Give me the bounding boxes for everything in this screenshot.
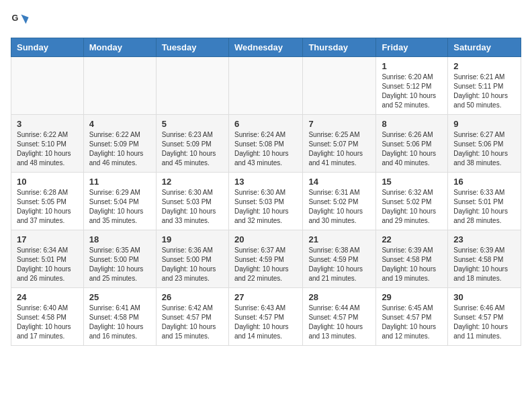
day-number: 28 xyxy=(308,292,370,302)
calendar-day-cell: 26Sunrise: 6:42 AM Sunset: 4:57 PM Dayli… xyxy=(156,288,228,346)
day-number: 30 xyxy=(453,292,515,302)
day-number: 26 xyxy=(162,292,223,302)
calendar-week-row: 1Sunrise: 6:20 AM Sunset: 5:12 PM Daylig… xyxy=(11,57,521,115)
day-info: Sunrise: 6:22 AM Sunset: 5:09 PM Dayligh… xyxy=(89,130,150,168)
day-info: Sunrise: 6:34 AM Sunset: 5:01 PM Dayligh… xyxy=(17,246,78,283)
calendar-day-cell xyxy=(83,57,156,115)
calendar-day-cell: 10Sunrise: 6:28 AM Sunset: 5:05 PM Dayli… xyxy=(11,173,84,230)
day-info: Sunrise: 6:31 AM Sunset: 5:02 PM Dayligh… xyxy=(308,188,370,226)
day-info: Sunrise: 6:38 AM Sunset: 4:59 PM Dayligh… xyxy=(308,246,370,283)
day-info: Sunrise: 6:33 AM Sunset: 5:01 PM Dayligh… xyxy=(453,188,515,226)
calendar-day-cell: 7Sunrise: 6:25 AM Sunset: 5:07 PM Daylig… xyxy=(303,115,376,173)
calendar-day-cell: 11Sunrise: 6:29 AM Sunset: 5:04 PM Dayli… xyxy=(83,173,156,230)
calendar-day-cell: 9Sunrise: 6:27 AM Sunset: 5:06 PM Daylig… xyxy=(448,115,521,173)
day-info: Sunrise: 6:27 AM Sunset: 5:06 PM Dayligh… xyxy=(453,130,515,168)
day-info: Sunrise: 6:45 AM Sunset: 4:57 PM Dayligh… xyxy=(382,304,442,341)
day-number: 25 xyxy=(89,292,150,302)
day-info: Sunrise: 6:40 AM Sunset: 4:58 PM Dayligh… xyxy=(17,304,78,341)
day-info: Sunrise: 6:44 AM Sunset: 4:57 PM Dayligh… xyxy=(308,304,370,341)
day-of-week-header: Wednesday xyxy=(228,38,302,57)
calendar-week-row: 3Sunrise: 6:22 AM Sunset: 5:10 PM Daylig… xyxy=(11,115,521,173)
calendar-week-row: 17Sunrise: 6:34 AM Sunset: 5:01 PM Dayli… xyxy=(11,230,521,288)
day-number: 12 xyxy=(162,177,223,187)
calendar-day-cell xyxy=(303,57,376,115)
calendar-day-cell: 27Sunrise: 6:43 AM Sunset: 4:57 PM Dayli… xyxy=(228,288,302,346)
calendar-day-cell: 16Sunrise: 6:33 AM Sunset: 5:01 PM Dayli… xyxy=(448,173,521,230)
day-number: 11 xyxy=(89,177,150,187)
calendar-day-cell: 17Sunrise: 6:34 AM Sunset: 5:01 PM Dayli… xyxy=(11,230,84,288)
day-info: Sunrise: 6:24 AM Sunset: 5:08 PM Dayligh… xyxy=(234,130,297,168)
calendar-day-cell: 30Sunrise: 6:46 AM Sunset: 4:57 PM Dayli… xyxy=(448,288,521,346)
page-header: G xyxy=(11,11,521,30)
day-info: Sunrise: 6:35 AM Sunset: 5:00 PM Dayligh… xyxy=(89,246,150,283)
day-info: Sunrise: 6:41 AM Sunset: 4:58 PM Dayligh… xyxy=(89,304,150,341)
day-info: Sunrise: 6:43 AM Sunset: 4:57 PM Dayligh… xyxy=(234,304,297,341)
calendar-day-cell: 28Sunrise: 6:44 AM Sunset: 4:57 PM Dayli… xyxy=(303,288,376,346)
calendar-day-cell: 18Sunrise: 6:35 AM Sunset: 5:00 PM Dayli… xyxy=(83,230,156,288)
calendar-day-cell: 1Sunrise: 6:20 AM Sunset: 5:12 PM Daylig… xyxy=(376,57,448,115)
day-of-week-header: Saturday xyxy=(448,38,521,57)
day-info: Sunrise: 6:21 AM Sunset: 5:11 PM Dayligh… xyxy=(453,73,515,110)
day-number: 10 xyxy=(17,177,78,187)
day-number: 27 xyxy=(234,292,297,302)
day-number: 29 xyxy=(382,292,442,302)
day-of-week-header: Tuesday xyxy=(156,38,228,57)
logo-icon: G xyxy=(11,11,30,30)
day-number: 15 xyxy=(382,177,442,187)
svg-text:G: G xyxy=(11,13,18,23)
day-number: 16 xyxy=(453,177,515,187)
day-number: 19 xyxy=(162,234,223,244)
calendar-day-cell: 4Sunrise: 6:22 AM Sunset: 5:09 PM Daylig… xyxy=(83,115,156,173)
day-number: 3 xyxy=(17,119,78,129)
day-info: Sunrise: 6:39 AM Sunset: 4:58 PM Dayligh… xyxy=(382,246,442,283)
day-info: Sunrise: 6:39 AM Sunset: 4:58 PM Dayligh… xyxy=(453,246,515,283)
calendar-day-cell: 5Sunrise: 6:23 AM Sunset: 5:09 PM Daylig… xyxy=(156,115,228,173)
calendar-day-cell: 14Sunrise: 6:31 AM Sunset: 5:02 PM Dayli… xyxy=(303,173,376,230)
day-number: 7 xyxy=(308,119,370,129)
calendar-table: SundayMondayTuesdayWednesdayThursdayFrid… xyxy=(11,38,521,346)
svg-marker-1 xyxy=(21,15,28,24)
day-number: 6 xyxy=(234,119,297,129)
day-number: 9 xyxy=(453,119,515,129)
day-info: Sunrise: 6:30 AM Sunset: 5:03 PM Dayligh… xyxy=(234,188,297,226)
calendar-day-cell: 29Sunrise: 6:45 AM Sunset: 4:57 PM Dayli… xyxy=(376,288,448,346)
calendar-day-cell xyxy=(228,57,302,115)
day-info: Sunrise: 6:22 AM Sunset: 5:10 PM Dayligh… xyxy=(17,130,78,168)
calendar-day-cell xyxy=(156,57,228,115)
calendar-day-cell: 21Sunrise: 6:38 AM Sunset: 4:59 PM Dayli… xyxy=(303,230,376,288)
calendar-day-cell: 23Sunrise: 6:39 AM Sunset: 4:58 PM Dayli… xyxy=(448,230,521,288)
day-info: Sunrise: 6:32 AM Sunset: 5:02 PM Dayligh… xyxy=(382,188,442,226)
day-of-week-header: Monday xyxy=(83,38,156,57)
day-of-week-header: Friday xyxy=(376,38,448,57)
day-info: Sunrise: 6:37 AM Sunset: 4:59 PM Dayligh… xyxy=(234,246,297,283)
calendar-week-row: 24Sunrise: 6:40 AM Sunset: 4:58 PM Dayli… xyxy=(11,288,521,346)
day-number: 21 xyxy=(308,234,370,244)
calendar-week-row: 10Sunrise: 6:28 AM Sunset: 5:05 PM Dayli… xyxy=(11,173,521,230)
day-info: Sunrise: 6:20 AM Sunset: 5:12 PM Dayligh… xyxy=(382,73,442,110)
day-info: Sunrise: 6:29 AM Sunset: 5:04 PM Dayligh… xyxy=(89,188,150,226)
day-info: Sunrise: 6:25 AM Sunset: 5:07 PM Dayligh… xyxy=(308,130,370,168)
calendar-day-cell: 2Sunrise: 6:21 AM Sunset: 5:11 PM Daylig… xyxy=(448,57,521,115)
day-number: 8 xyxy=(382,119,442,129)
day-number: 23 xyxy=(453,234,515,244)
calendar-day-cell: 24Sunrise: 6:40 AM Sunset: 4:58 PM Dayli… xyxy=(11,288,84,346)
day-number: 5 xyxy=(162,119,223,129)
day-number: 22 xyxy=(382,234,442,244)
calendar-day-cell: 22Sunrise: 6:39 AM Sunset: 4:58 PM Dayli… xyxy=(376,230,448,288)
calendar-day-cell: 13Sunrise: 6:30 AM Sunset: 5:03 PM Dayli… xyxy=(228,173,302,230)
day-info: Sunrise: 6:36 AM Sunset: 5:00 PM Dayligh… xyxy=(162,246,223,283)
calendar-day-cell: 12Sunrise: 6:30 AM Sunset: 5:03 PM Dayli… xyxy=(156,173,228,230)
day-number: 13 xyxy=(234,177,297,187)
day-number: 20 xyxy=(234,234,297,244)
calendar-day-cell: 8Sunrise: 6:26 AM Sunset: 5:06 PM Daylig… xyxy=(376,115,448,173)
day-of-week-header: Sunday xyxy=(11,38,84,57)
day-number: 4 xyxy=(89,119,150,129)
day-info: Sunrise: 6:26 AM Sunset: 5:06 PM Dayligh… xyxy=(382,130,442,168)
day-number: 18 xyxy=(89,234,150,244)
day-of-week-header: Thursday xyxy=(303,38,376,57)
calendar-day-cell: 25Sunrise: 6:41 AM Sunset: 4:58 PM Dayli… xyxy=(83,288,156,346)
day-info: Sunrise: 6:28 AM Sunset: 5:05 PM Dayligh… xyxy=(17,188,78,226)
logo: G xyxy=(11,11,32,30)
day-info: Sunrise: 6:23 AM Sunset: 5:09 PM Dayligh… xyxy=(162,130,223,168)
day-info: Sunrise: 6:42 AM Sunset: 4:57 PM Dayligh… xyxy=(162,304,223,341)
